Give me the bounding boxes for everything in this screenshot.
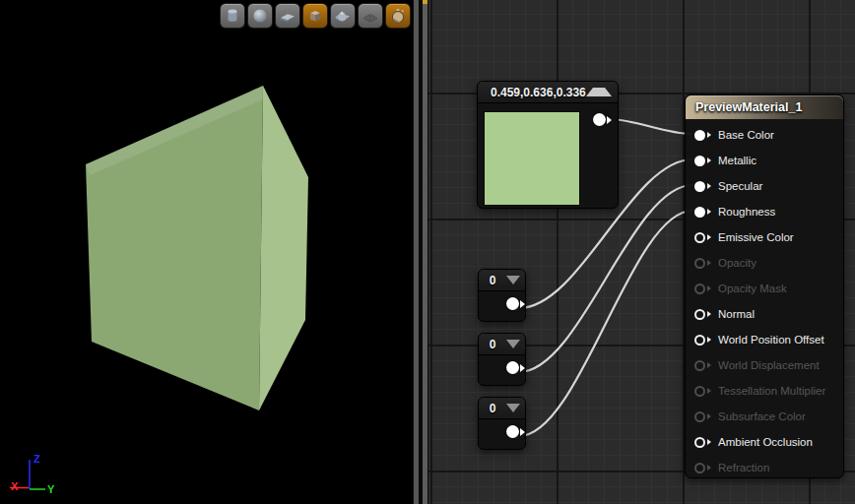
output-pin[interactable] xyxy=(506,297,525,310)
pin-circle-icon xyxy=(694,181,705,192)
pin-circle-icon xyxy=(694,437,705,448)
pin-circle-icon xyxy=(694,411,705,422)
axis-gizmo: Z Y X xyxy=(8,445,67,500)
pin-circle-icon xyxy=(694,130,705,141)
pin-specular[interactable]: Specular xyxy=(686,173,843,199)
pin-opacity-mask[interactable]: Opacity Mask xyxy=(686,276,843,301)
constant3vector-node[interactable]: 0.459,0.636,0.336 xyxy=(477,81,619,209)
x-axis-label: X xyxy=(11,480,19,492)
pin-arrow-icon xyxy=(707,132,711,138)
splitter-groove xyxy=(414,0,419,504)
pin-arrow-icon xyxy=(707,465,711,471)
pin-circle-icon xyxy=(694,335,705,346)
cube-icon xyxy=(306,7,324,25)
sphere-icon xyxy=(251,7,269,25)
pin-arrow-icon xyxy=(520,364,525,372)
pin-circle-icon xyxy=(694,156,705,166)
material-pin-list: Base Color Metallic Specular Roughness E… xyxy=(686,119,843,480)
cube-side-face xyxy=(259,86,308,410)
scalar-constant-node[interactable]: 0 xyxy=(478,269,526,322)
pin-emissive-color[interactable]: Emissive Color xyxy=(686,224,843,250)
pin-opacity[interactable]: Opacity xyxy=(686,250,843,276)
expand-arrow-icon[interactable] xyxy=(506,404,520,412)
pin-subsurface-color[interactable]: Subsurface Color xyxy=(686,404,843,429)
constant3vector-value: 0.459,0.636,0.336 xyxy=(491,86,586,99)
preview-shape-cube-button[interactable] xyxy=(302,3,328,29)
scalar-node-header[interactable]: 0 xyxy=(479,398,525,419)
pin-circle-icon xyxy=(506,425,519,438)
material-node-title[interactable]: PreviewMaterial_1 xyxy=(686,95,843,119)
splitter-groove xyxy=(423,0,428,504)
material-graph-panel[interactable]: 0.459,0.636,0.336 0 xyxy=(428,0,855,504)
pin-circle-icon xyxy=(694,284,705,294)
pin-arrow-icon xyxy=(707,234,711,240)
preview-material-node[interactable]: PreviewMaterial_1 Base Color Metallic Sp… xyxy=(685,94,844,478)
stopwatch-icon xyxy=(389,7,407,25)
scalar-node-header[interactable]: 0 xyxy=(479,270,525,291)
preview-shape-tessellated-plane-button[interactable] xyxy=(358,3,383,29)
material-editor-window: Z Y X 0.459,0.636,0.336 xyxy=(0,0,855,504)
preview-shape-teapot-button[interactable] xyxy=(330,3,356,29)
pin-arrow-icon xyxy=(707,285,711,291)
scalar-value: 0 xyxy=(484,338,501,351)
panel-splitter[interactable] xyxy=(413,0,428,504)
pin-arrow-icon xyxy=(520,300,525,308)
pin-arrow-icon xyxy=(707,183,711,189)
realtime-preview-toggle-button[interactable] xyxy=(385,3,411,29)
output-pin[interactable] xyxy=(593,113,612,126)
z-axis-label: Z xyxy=(33,453,40,465)
pin-arrow-icon xyxy=(707,158,711,163)
wire-specular[interactable] xyxy=(519,185,692,372)
scalar-value: 0 xyxy=(484,274,501,287)
constant3vector-node-body xyxy=(478,103,618,209)
pin-arrow-icon xyxy=(707,209,711,215)
scalar-constant-node[interactable]: 0 xyxy=(478,333,526,386)
preview-mesh-cube[interactable] xyxy=(0,0,413,504)
pin-tessellation-multiplier[interactable]: Tessellation Multiplier xyxy=(686,378,843,404)
pin-circle-icon xyxy=(694,386,705,397)
pin-world-position-offset[interactable]: World Position Offset xyxy=(686,327,843,352)
pin-arrow-icon xyxy=(707,337,711,343)
pin-roughness[interactable]: Roughness xyxy=(686,199,843,224)
plane-icon xyxy=(279,7,296,25)
scalar-node-body xyxy=(479,291,525,321)
pin-circle-icon xyxy=(694,360,705,371)
scalar-node-header[interactable]: 0 xyxy=(479,334,525,355)
pin-arrow-icon xyxy=(707,388,711,394)
scalar-value: 0 xyxy=(484,402,501,415)
scalar-constant-node[interactable]: 0 xyxy=(478,397,526,450)
pin-circle-icon xyxy=(694,258,705,269)
pin-arrow-icon xyxy=(707,260,711,266)
preview-shape-plane-button[interactable] xyxy=(275,3,300,29)
color-swatch[interactable] xyxy=(484,111,580,206)
pin-normal[interactable]: Normal xyxy=(686,301,843,327)
pin-world-displacement[interactable]: World Displacement xyxy=(686,352,843,378)
expand-arrow-icon[interactable] xyxy=(506,276,520,284)
pin-ambient-occlusion[interactable]: Ambient Occlusion xyxy=(686,429,843,455)
pin-metallic[interactable]: Metallic xyxy=(686,148,843,173)
output-pin[interactable] xyxy=(506,425,525,438)
pin-arrow-icon xyxy=(707,439,711,445)
wire-basecolor[interactable] xyxy=(608,119,692,134)
preview-shape-cylinder-button[interactable] xyxy=(220,3,245,29)
splitter-accent-mark xyxy=(423,0,428,4)
preview-viewport[interactable]: Z Y X xyxy=(0,0,413,504)
expand-arrow-icon[interactable] xyxy=(506,340,520,348)
pin-refraction[interactable]: Refraction xyxy=(686,455,843,480)
preview-shape-sphere-button[interactable] xyxy=(247,3,273,29)
pin-circle-icon xyxy=(506,297,519,310)
wire-roughness[interactable] xyxy=(519,211,692,436)
teapot-icon xyxy=(334,7,352,25)
pin-circle-icon xyxy=(694,207,705,218)
pin-arrow-icon xyxy=(607,116,612,124)
scalar-node-body xyxy=(479,355,525,385)
pin-circle-icon xyxy=(506,361,519,374)
pin-base-color[interactable]: Base Color xyxy=(686,122,843,148)
scalar-node-body xyxy=(479,419,525,449)
collapse-arrow-icon[interactable] xyxy=(586,88,612,96)
tessellated-plane-icon xyxy=(362,7,379,25)
output-pin[interactable] xyxy=(506,361,525,374)
constant3vector-node-header[interactable]: 0.459,0.636,0.336 xyxy=(478,82,618,103)
viewport-toolbar xyxy=(220,3,411,29)
pin-circle-icon xyxy=(593,113,606,126)
